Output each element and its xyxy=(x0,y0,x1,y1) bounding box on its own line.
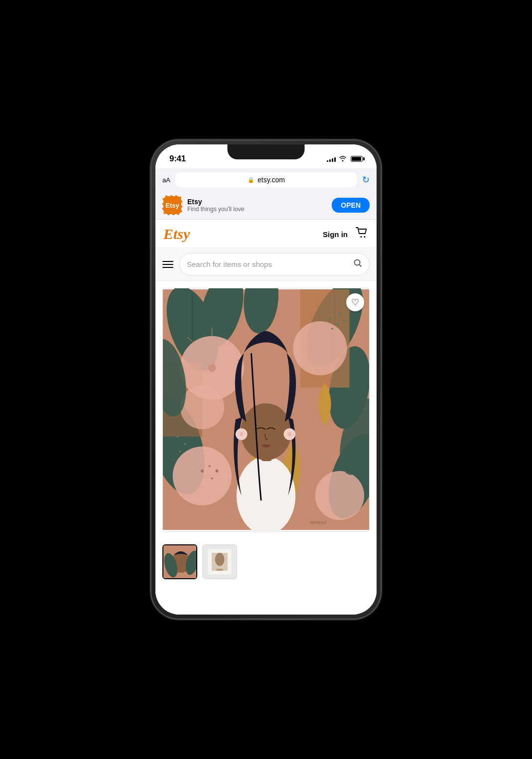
search-placeholder: Search for items or shops xyxy=(187,260,272,268)
svg-rect-57 xyxy=(216,569,223,571)
svg-point-56 xyxy=(215,553,225,566)
svg-point-24 xyxy=(208,364,216,372)
svg-point-47 xyxy=(179,450,181,452)
product-image: minerel xyxy=(163,288,369,531)
search-icon xyxy=(353,258,362,270)
svg-point-27 xyxy=(215,470,218,473)
product-container: minerel ♡ xyxy=(162,288,370,531)
svg-point-0 xyxy=(361,236,362,238)
thumbnail-2[interactable] xyxy=(202,544,237,579)
app-info: Etsy Find things you'll love xyxy=(187,198,327,213)
signal-bar-1 xyxy=(327,160,328,162)
signal-bar-3 xyxy=(332,158,333,162)
refresh-button[interactable]: ↻ xyxy=(362,174,370,185)
svg-point-28 xyxy=(211,478,213,480)
signal-bar-4 xyxy=(334,157,336,162)
hamburger-line-1 xyxy=(162,261,173,262)
search-bar[interactable]: Search for items or shops xyxy=(179,253,370,275)
thumb-inner-1 xyxy=(163,545,196,578)
phone-frame: 9:41 xyxy=(151,140,381,619)
battery-fill xyxy=(352,157,361,161)
svg-point-37 xyxy=(180,385,225,429)
sign-in-button[interactable]: Sign in xyxy=(323,230,348,239)
artwork: minerel xyxy=(163,288,369,531)
svg-point-26 xyxy=(209,465,211,467)
svg-point-16 xyxy=(293,321,347,375)
signal-bars xyxy=(327,156,336,162)
search-row: Search for items or shops xyxy=(155,248,377,281)
url-text: etsy.com xyxy=(258,176,285,184)
app-tagline: Find things you'll love xyxy=(187,206,327,213)
header-right: Sign in xyxy=(323,227,369,241)
favorite-button[interactable]: ♡ xyxy=(346,293,364,311)
lock-icon: 🔒 xyxy=(248,177,255,183)
cart-icon[interactable] xyxy=(356,227,369,241)
hamburger-menu[interactable] xyxy=(162,261,173,268)
svg-point-17 xyxy=(173,446,232,505)
svg-point-25 xyxy=(201,470,204,473)
svg-rect-30 xyxy=(244,466,288,525)
screen: 9:41 xyxy=(155,144,377,615)
svg-point-32 xyxy=(241,403,292,460)
status-time: 9:41 xyxy=(169,154,186,164)
status-icons xyxy=(327,155,363,163)
etsy-logo: Etsy xyxy=(163,226,190,243)
hamburger-line-2 xyxy=(162,264,173,265)
etsy-page: Etsy Sign in xyxy=(155,220,377,615)
svg-point-18 xyxy=(315,471,365,520)
etsy-header: Etsy Sign in xyxy=(155,220,377,248)
thumbnail-1[interactable] xyxy=(162,544,197,579)
svg-point-44 xyxy=(344,320,346,322)
phone-wrapper: 9:41 xyxy=(146,135,386,624)
svg-point-45 xyxy=(177,436,179,438)
svg-point-34 xyxy=(240,432,244,436)
app-banner: Etsy Etsy Find things you'll love OPEN xyxy=(155,191,377,220)
thumbnails xyxy=(155,538,377,585)
app-icon-label: Etsy xyxy=(165,202,179,209)
open-app-button[interactable]: OPEN xyxy=(332,198,370,213)
svg-point-2 xyxy=(355,260,360,265)
screen-content: 9:41 xyxy=(155,144,377,615)
text-size-button[interactable]: aA xyxy=(162,176,170,184)
svg-point-36 xyxy=(287,432,291,436)
svg-point-1 xyxy=(364,236,366,238)
svg-point-43 xyxy=(339,313,341,315)
svg-point-41 xyxy=(336,323,338,325)
thumb-inner-2 xyxy=(203,545,236,578)
wifi-icon xyxy=(339,155,347,163)
notch xyxy=(228,144,305,159)
heart-icon: ♡ xyxy=(351,297,359,308)
svg-point-42 xyxy=(331,328,333,330)
svg-point-40 xyxy=(329,318,331,320)
hamburger-line-3 xyxy=(162,267,173,268)
app-name: Etsy xyxy=(187,198,327,206)
app-icon: Etsy xyxy=(162,195,182,215)
battery-icon xyxy=(351,156,363,162)
url-bar[interactable]: 🔒 etsy.com xyxy=(175,172,357,187)
svg-point-46 xyxy=(184,443,186,445)
signal-bar-2 xyxy=(329,159,331,162)
browser-bar: aA 🔒 etsy.com ↻ xyxy=(155,168,377,191)
svg-text:minerel: minerel xyxy=(310,519,327,525)
